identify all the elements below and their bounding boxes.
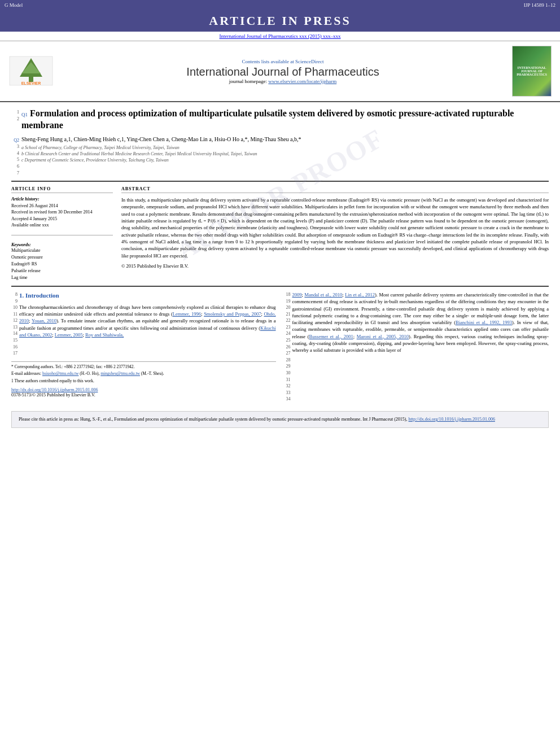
intro-right-line-nums: 18 19 20 21 22 23 24 25 26 27 28 29 30 3… bbox=[285, 291, 292, 403]
line-numbers-left: 1 2 bbox=[11, 108, 21, 136]
citation-doi-link[interactable]: http://dx.doi.org/10.1016/j.ijpharm.2015… bbox=[409, 417, 495, 422]
journal-ref-label: IJP 14589 1–12 bbox=[524, 2, 555, 8]
ln-33: 33 bbox=[285, 390, 291, 396]
citation-box: Please cite this article in press as: Hu… bbox=[11, 411, 549, 428]
footnote-corr-author: * Corresponding authors. Tel.: +886 2 23… bbox=[11, 364, 276, 370]
top-bar: G Model IJP 14589 1–12 bbox=[0, 0, 560, 10]
affiliation-c: c Department of Cosmetic Science, Provid… bbox=[21, 157, 549, 163]
info-divider bbox=[11, 235, 113, 235]
authors-line: Sheng-Feng Hung a,1, Chien-Ming Hsieh c,… bbox=[21, 136, 549, 142]
footnotes: * Corresponding authors. Tel.: +886 2 23… bbox=[11, 361, 276, 385]
title-area: Q1 Formulation and process optimization … bbox=[21, 108, 549, 136]
article-info-header: ARTICLE INFO bbox=[11, 186, 113, 193]
g-model-label: G Model bbox=[5, 2, 23, 8]
ln-24: 24 bbox=[285, 330, 291, 337]
main-content: AUTHOR PROOF 1 2 Q1 Formulation and proc… bbox=[0, 102, 560, 405]
intro-right-with-lines: 18 19 20 21 22 23 24 25 26 27 28 29 30 3… bbox=[285, 291, 549, 403]
article-in-press-banner: ARTICLE IN PRESS bbox=[0, 10, 560, 32]
abstract-copyright: © 2015 Published by Elsevier B.V. bbox=[121, 263, 549, 269]
ln-10: 10 bbox=[11, 304, 18, 311]
ln-15: 15 bbox=[11, 337, 18, 344]
ref-lemmer1996[interactable]: Lemmer, 1996 bbox=[173, 311, 201, 317]
section-divider bbox=[11, 286, 549, 287]
intro-right-col: 18 19 20 21 22 23 24 25 26 27 28 29 30 3… bbox=[285, 291, 549, 403]
history-label: Article history: bbox=[11, 196, 113, 202]
line-num-4: 4 bbox=[11, 150, 21, 157]
ref-mandal[interactable]: Mandal et al., 2010 bbox=[304, 292, 342, 298]
svg-text:ELSEVIER: ELSEVIER bbox=[21, 81, 41, 85]
ref-2009[interactable]: 2009 bbox=[292, 292, 302, 298]
ln-30: 30 bbox=[285, 370, 291, 377]
doi-link[interactable]: http://dx.doi.org/10.1016/j.ijpharm.2015… bbox=[11, 387, 98, 392]
abstract-text: In this study, a multiparticulate pulsat… bbox=[121, 196, 549, 269]
received-date: Received 26 August 2014 Received in revi… bbox=[11, 203, 113, 228]
ln-11: 11 bbox=[11, 311, 18, 318]
line-num-6: 6 bbox=[11, 163, 21, 170]
journal-url-link[interactable]: International Journal of Pharmaceutics x… bbox=[220, 33, 341, 39]
affiliations: a School of Pharmacy, College of Pharmac… bbox=[21, 145, 549, 164]
journal-cover: INTERNATIONAL JOURNAL OF PHARMACEUTICS bbox=[512, 46, 552, 97]
watermark-container: AUTHOR PROOF 1 2 Q1 Formulation and proc… bbox=[11, 108, 549, 281]
journal-title-block: Contents lists available at ScienceDirec… bbox=[62, 59, 504, 84]
two-col-section: ARTICLE INFO Article history: Received 2… bbox=[11, 186, 549, 281]
affiliation-b: b Clinical Research Center and Tradition… bbox=[21, 151, 549, 157]
ref-lemmer2005[interactable]: Lemmer, 2005 bbox=[55, 332, 83, 338]
ln-25: 25 bbox=[285, 337, 291, 344]
intro-section-title: 1. Introduction bbox=[19, 291, 276, 300]
ref-youan[interactable]: Youan, 2010 bbox=[32, 318, 56, 324]
ln-31: 31 bbox=[285, 377, 291, 383]
email-link-2[interactable]: mingsheu@tmu.edu.tw bbox=[100, 371, 140, 376]
ln-28: 28 bbox=[285, 357, 291, 364]
ln-20: 20 bbox=[285, 304, 291, 311]
line-num-2: 2 bbox=[11, 116, 21, 123]
ln-9: 9 bbox=[11, 298, 18, 305]
ln-32: 32 bbox=[285, 383, 291, 390]
ln-34: 34 bbox=[285, 396, 291, 403]
line-num-5: 5 bbox=[11, 156, 21, 163]
email-link-1[interactable]: hsiuoho@tmu.edu.tw bbox=[42, 371, 78, 376]
keywords-label: Keywords: bbox=[11, 242, 113, 247]
ref-smolensky[interactable]: Smolensky and Peppas, 2007 bbox=[204, 311, 261, 317]
ln-14: 14 bbox=[11, 330, 18, 337]
ln-12: 12 bbox=[11, 317, 18, 324]
ref-bussemer[interactable]: Bussemer et al., 2001 bbox=[309, 334, 353, 339]
article-body: 1 2 Q1 Formulation and process optimizat… bbox=[11, 108, 549, 136]
intro-left-line-nums: 8 9 10 11 12 13 14 15 16 17 bbox=[11, 291, 19, 357]
ref-bianchini[interactable]: Bianchini et al., 1992, 1993 bbox=[456, 320, 512, 325]
issn-text: 0378-5173/© 2015 Published by Elsevier B… bbox=[11, 392, 276, 397]
ref-maroni[interactable]: Maroni et al., 2005, 2010 bbox=[357, 334, 409, 339]
intro-left-col: 8 9 10 11 12 13 14 15 16 17 1. Introduct… bbox=[11, 291, 276, 403]
line-num-7: 7 bbox=[11, 170, 21, 177]
ln-17: 17 bbox=[11, 350, 18, 357]
journal-header: ELSEVIER Contents lists available at Sci… bbox=[0, 41, 560, 102]
ln-29: 29 bbox=[285, 363, 291, 370]
sciencedirect-link[interactable]: ScienceDirect bbox=[295, 59, 323, 64]
homepage-link[interactable]: www.elsevier.com/locate/ijpharm bbox=[268, 78, 336, 84]
intro-right-text: 2009; Mandal et al., 2010; Lin et al., 2… bbox=[292, 291, 549, 403]
line-num-1: 1 bbox=[11, 109, 21, 116]
ln-27: 27 bbox=[285, 350, 291, 357]
affiliation-a: a School of Pharmacy, College of Pharmac… bbox=[21, 145, 549, 151]
ref-roy[interactable]: Roy and Shahiwala, bbox=[85, 332, 124, 338]
authors-body: Q2 3 4 5 6 7 Sheng-Feng Hung a,1, Chien-… bbox=[11, 136, 549, 177]
doi-url: http://dx.doi.org/10.1016/j.ijpharm.2015… bbox=[11, 387, 276, 392]
intro-left-paragraph: The chronopharmacokinetics and chronothe… bbox=[19, 304, 276, 339]
abstract-header: ABSTRACT bbox=[121, 186, 549, 193]
introduction-section: 8 9 10 11 12 13 14 15 16 17 1. Introduct… bbox=[11, 291, 549, 403]
line-num-q2: Q2 bbox=[11, 137, 21, 144]
intro-left-with-lines: 8 9 10 11 12 13 14 15 16 17 1. Introduct… bbox=[11, 291, 276, 357]
intro-left-text: 1. Introduction The chronopharmacokineti… bbox=[19, 291, 276, 357]
ln-23: 23 bbox=[285, 324, 291, 331]
article-info-col: ARTICLE INFO Article history: Received 2… bbox=[11, 186, 113, 281]
line-numbers-authors: Q2 3 4 5 6 7 bbox=[11, 136, 21, 177]
intro-right-paragraph: 2009; Mandal et al., 2010; Lin et al., 2… bbox=[292, 291, 549, 354]
journal-cover-image: INTERNATIONAL JOURNAL OF PHARMACEUTICS bbox=[512, 46, 552, 97]
journal-title: International Journal of Pharmaceutics bbox=[62, 65, 504, 78]
ln-21: 21 bbox=[285, 311, 291, 318]
title-divider bbox=[11, 181, 549, 182]
ln-22: 22 bbox=[285, 317, 291, 324]
citation-prefix: Please cite this article in press as: Hu… bbox=[19, 417, 408, 422]
ref-lin[interactable]: Lin et al., 2012 bbox=[345, 292, 375, 298]
ln-26: 26 bbox=[285, 344, 291, 351]
footnote-email: E-mail addresses: hsiuoho@tmu.edu.tw (H.… bbox=[11, 371, 276, 377]
